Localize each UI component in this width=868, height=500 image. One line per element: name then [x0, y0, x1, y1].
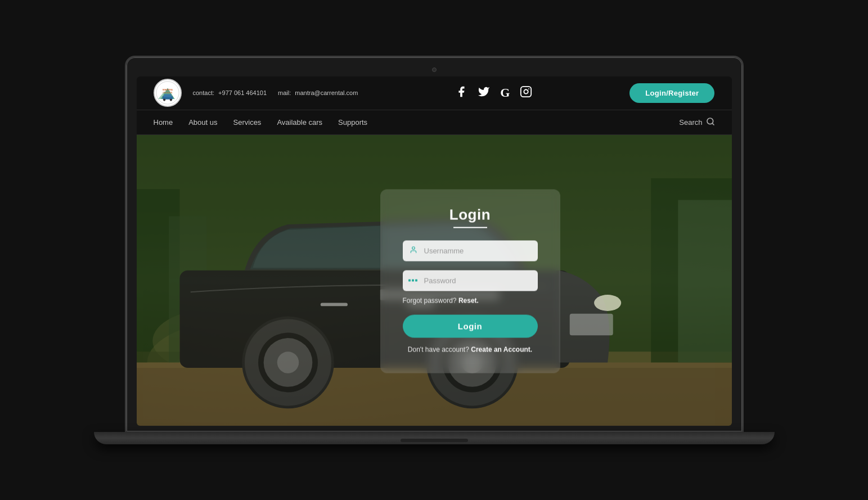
nav-supports[interactable]: Supports [338, 116, 367, 129]
username-input[interactable] [403, 240, 538, 261]
svg-point-6 [169, 99, 172, 101]
social-icons: G [455, 85, 532, 101]
svg-text:CAR RENTAL: CAR RENTAL [162, 92, 173, 94]
nav-links: Home About us Services Available cars Su… [154, 116, 368, 129]
login-register-button[interactable]: Login/Register [629, 83, 714, 103]
svg-line-12 [712, 123, 714, 125]
forgot-password-text: Forgot password? Reset. [403, 296, 538, 304]
username-input-group [403, 240, 538, 261]
login-submit-button[interactable]: Login [403, 314, 538, 337]
nav-search[interactable]: Search [679, 117, 714, 128]
svg-point-39 [412, 247, 415, 250]
password-icon [408, 280, 417, 282]
login-form: Login [380, 189, 560, 373]
laptop-screen: MANTRA CAR RENTAL contact: +977 061 4641… [137, 76, 732, 426]
svg-point-31 [277, 352, 299, 373]
password-input-group [403, 270, 538, 291]
reset-link[interactable]: Reset. [458, 296, 479, 304]
svg-text:MANTRA: MANTRA [162, 88, 172, 91]
svg-rect-37 [320, 303, 347, 306]
search-label: Search [679, 118, 702, 127]
twitter-icon[interactable] [478, 85, 490, 101]
login-title-underline [453, 227, 487, 228]
search-icon [706, 117, 715, 128]
contact-phone: contact: +977 061 464101 [193, 89, 267, 96]
svg-rect-4 [164, 94, 171, 97]
contact-email: mail: mantra@carrental.com [278, 89, 358, 96]
login-title: Login [403, 206, 538, 223]
nav-available-cars[interactable]: Available cars [277, 116, 322, 129]
user-icon [410, 246, 417, 255]
hero-section: Login [137, 135, 732, 426]
header-left: MANTRA CAR RENTAL contact: +977 061 4641… [154, 79, 358, 107]
site-header: MANTRA CAR RENTAL contact: +977 061 4641… [137, 76, 732, 110]
google-icon[interactable]: G [500, 85, 510, 100]
facebook-icon[interactable] [455, 85, 467, 101]
logo: MANTRA CAR RENTAL [154, 79, 182, 107]
svg-point-25 [594, 295, 621, 311]
laptop-base [94, 432, 775, 444]
password-input[interactable] [403, 270, 538, 291]
create-account-link[interactable]: Create an Account. [471, 345, 532, 353]
nav-about-us[interactable]: About us [188, 116, 217, 129]
svg-rect-9 [521, 87, 531, 97]
header-right: Login/Register [629, 83, 714, 103]
svg-rect-22 [678, 200, 732, 362]
site-nav: Home About us Services Available cars Su… [137, 110, 732, 135]
svg-point-5 [163, 99, 165, 101]
svg-rect-24 [569, 313, 613, 335]
create-account-text: Don't have account? Create an Account. [403, 345, 538, 353]
site-wrapper: MANTRA CAR RENTAL contact: +977 061 4641… [137, 76, 732, 426]
laptop-camera [432, 67, 437, 72]
contact-info: contact: +977 061 464101 mail: mantra@ca… [193, 89, 358, 96]
nav-home[interactable]: Home [154, 116, 173, 129]
instagram-icon[interactable] [520, 85, 532, 101]
nav-services[interactable]: Services [233, 116, 262, 129]
